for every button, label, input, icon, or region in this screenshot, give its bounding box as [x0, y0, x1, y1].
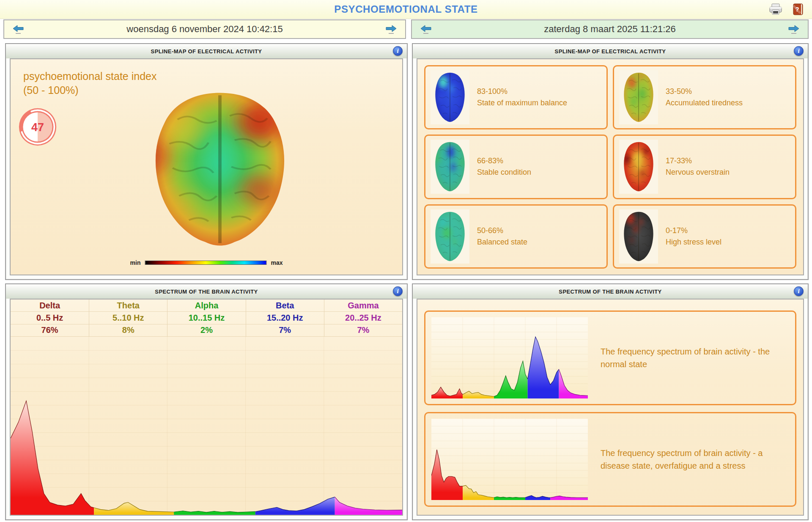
- band-percent: 2%: [167, 324, 245, 337]
- reference-card-text: The frequency spectrum of brain activity…: [588, 345, 795, 371]
- card-label: Balanced state: [477, 236, 527, 248]
- legend-card-66-83: 66-83% Stable condition: [424, 135, 608, 199]
- spectrum-chart-area: [11, 337, 402, 515]
- brain-thumbnail-33-50: [620, 71, 657, 124]
- date-bar-right: zaterdag 8 maart 2025 11:21:26: [411, 19, 809, 39]
- reference-chart-box: [431, 419, 588, 500]
- band-column-theta: Theta 5..10 Hz 8%: [89, 299, 167, 337]
- band-range: 0..5 Hz: [11, 312, 89, 324]
- panel-spline-map-legend: SPLINE-MAP OF ELECTRICAL ACTIVITY i 83-1…: [412, 43, 809, 280]
- help-book-icon[interactable]: ?: [790, 2, 805, 17]
- spectrum-band-table: Delta 0..5 Hz 76% Theta 5..10 Hz 8% Alph…: [11, 299, 402, 337]
- reference-chart-box: [431, 317, 588, 398]
- reference-card-disease-state: The frequency spectrum of brain activity…: [424, 412, 796, 507]
- band-name: Theta: [89, 299, 167, 312]
- brain-box: [619, 70, 658, 124]
- arrow-right-icon: [386, 25, 397, 32]
- card-text: 83-100% State of maximum balance: [477, 86, 567, 109]
- legend-card-50-66: 50-66% Balanced state: [424, 204, 608, 269]
- card-range: 17-33%: [666, 155, 730, 167]
- psychoemotional-state-page: PSYCHOEMOTIONAL STATE ?: [0, 0, 812, 522]
- band-range: 20..25 Hz: [324, 312, 402, 324]
- card-label: Accumulated tiredness: [666, 97, 743, 109]
- legend-cards-grid: 83-100% State of maximum balance 33-50% …: [417, 59, 803, 275]
- psychoemotional-index-gauge: 47: [17, 107, 58, 147]
- band-percent: 76%: [11, 324, 89, 337]
- panel-body: psychoemotional state index (50 - 100%) …: [10, 58, 403, 275]
- info-icon[interactable]: i: [393, 286, 403, 296]
- panel-spectrum-reference: SPECTRUM OF THE BRAIN ACTIVITY i The fre…: [412, 283, 809, 520]
- next-record-right-button[interactable]: [788, 25, 799, 34]
- panel-titlebar: SPLINE-MAP OF ELECTRICAL ACTIVITY i: [6, 44, 407, 58]
- app-header: PSYCHOEMOTIONAL STATE ?: [0, 0, 812, 19]
- reference-card-normal-state: The frequency spectrum of brain activity…: [424, 310, 796, 405]
- card-range: 50-66%: [477, 225, 527, 236]
- band-name: Gamma: [324, 299, 402, 312]
- card-range: 33-50%: [666, 86, 743, 97]
- card-label: High stress level: [666, 236, 721, 248]
- index-label-line1: psychoemotional state index: [23, 69, 156, 83]
- brain-thumbnail-17-33: [620, 140, 657, 193]
- band-range: 5..10 Hz: [89, 312, 167, 324]
- card-text: 0-17% High stress level: [666, 225, 721, 248]
- prev-record-left-button[interactable]: [13, 25, 24, 34]
- scale-min-label: min: [130, 259, 141, 266]
- arrow-underline: [16, 33, 21, 34]
- index-label-line2: (50 - 100%): [23, 83, 156, 97]
- scale-max-label: max: [271, 259, 283, 266]
- normal-state-spectrum-chart: [431, 317, 588, 398]
- gauge-value: 47: [31, 121, 44, 134]
- color-scale: min max: [130, 259, 283, 266]
- band-column-gamma: Gamma 20..25 Hz 7%: [324, 299, 402, 337]
- card-text: 33-50% Accumulated tiredness: [666, 86, 743, 109]
- brain-box: [431, 70, 469, 124]
- record-datetime-left: woensdag 6 november 2024 10:42:15: [126, 24, 283, 35]
- printer-icon[interactable]: [768, 2, 783, 17]
- panel-titlebar: SPECTRUM OF THE BRAIN ACTIVITY i: [413, 284, 808, 299]
- info-icon[interactable]: i: [393, 46, 403, 56]
- panel-spectrum-current: SPECTRUM OF THE BRAIN ACTIVITY i Delta 0…: [5, 283, 408, 520]
- card-text: 66-83% Stable condition: [477, 155, 531, 178]
- brain-box: [619, 140, 658, 194]
- brain-box: [619, 209, 658, 264]
- panel-title: SPECTRUM OF THE BRAIN ACTIVITY: [559, 288, 661, 295]
- card-label: Nervous overstrain: [666, 167, 730, 178]
- arrow-left-icon: [420, 25, 431, 32]
- arrow-underline: [791, 33, 796, 34]
- record-datetime-right: zaterdag 8 maart 2025 11:21:26: [544, 24, 675, 35]
- band-percent: 8%: [89, 324, 167, 337]
- legend-card-83-100: 83-100% State of maximum balance: [424, 65, 608, 129]
- brain-thumbnail-83-100: [431, 71, 469, 124]
- band-range: 10..15 Hz: [167, 312, 245, 324]
- band-percent: 7%: [324, 324, 402, 337]
- info-icon[interactable]: i: [794, 286, 804, 296]
- card-range: 83-100%: [477, 86, 567, 97]
- legend-card-17-33: 17-33% Nervous overstrain: [613, 135, 796, 199]
- card-label: State of maximum balance: [477, 97, 567, 109]
- next-record-left-button[interactable]: [386, 25, 397, 34]
- spectrum-chart: [11, 337, 402, 515]
- brain-box: [431, 140, 469, 194]
- band-column-delta: Delta 0..5 Hz 76%: [11, 299, 89, 337]
- panel-titlebar: SPECTRUM OF THE BRAIN ACTIVITY i: [6, 284, 407, 299]
- legend-card-0-17: 0-17% High stress level: [613, 204, 796, 269]
- card-label: Stable condition: [477, 167, 531, 178]
- card-text: 17-33% Nervous overstrain: [666, 155, 730, 178]
- brain-thumbnail-50-66: [431, 210, 469, 263]
- band-name: Alpha: [167, 299, 245, 312]
- psychoemotional-index-label: psychoemotional state index (50 - 100%): [23, 69, 156, 97]
- header-icons: ?: [768, 2, 805, 17]
- panel-title: SPECTRUM OF THE BRAIN ACTIVITY: [155, 288, 258, 295]
- band-range: 15..20 Hz: [246, 312, 324, 324]
- panel-title: SPLINE-MAP OF ELECTRICAL ACTIVITY: [555, 48, 666, 55]
- help-book-icon-glyph: ?: [791, 3, 804, 16]
- svg-text:?: ?: [795, 5, 799, 13]
- brain-box: [431, 209, 469, 264]
- card-text: 50-66% Balanced state: [477, 225, 527, 248]
- band-column-alpha: Alpha 10..15 Hz 2%: [167, 299, 245, 337]
- arrow-left-icon: [13, 25, 24, 32]
- color-scale-bar: [145, 261, 266, 265]
- arrow-underline: [423, 33, 428, 34]
- info-icon[interactable]: i: [794, 46, 804, 56]
- prev-record-right-button[interactable]: [420, 25, 431, 34]
